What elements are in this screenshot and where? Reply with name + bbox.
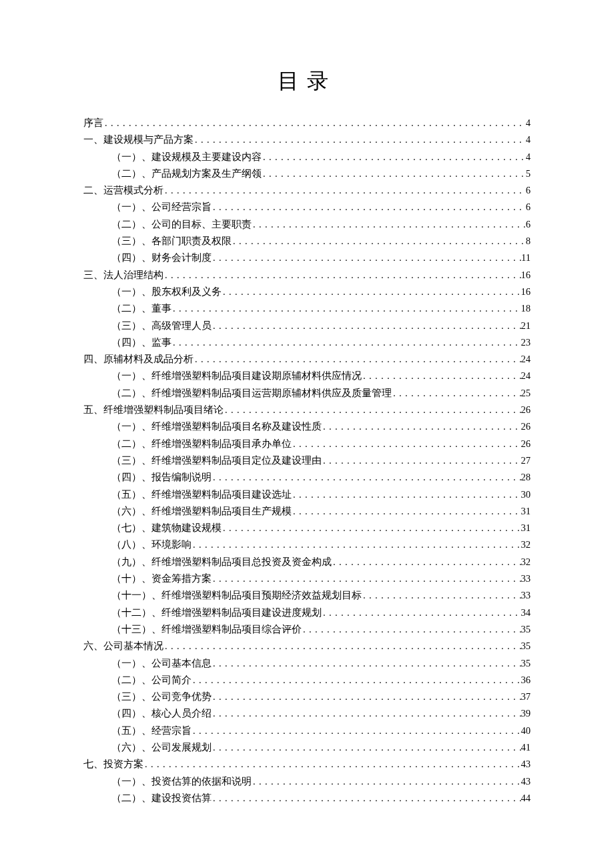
toc-entry-label: （十）、资金筹措方案 — [111, 570, 212, 586]
toc-entry: 序言4 — [83, 115, 531, 131]
toc-entry: （三）、高级管理人员21 — [83, 318, 531, 334]
toc-entry: （八）、环境影响32 — [83, 536, 531, 553]
toc-leader-dots — [322, 605, 521, 621]
toc-entry: （十一）、纤维增强塑料制品项目预期经济效益规划目标33 — [83, 587, 531, 604]
toc-leader-dots — [292, 487, 521, 503]
toc-entry: （二）、纤维增强塑料制品项目运营期原辅材料供应及质量管理25 — [83, 385, 531, 402]
toc-entry-label: （五）、经营宗旨 — [111, 723, 192, 739]
toc-entry-page: 4 — [526, 131, 531, 147]
toc-entry-label: （二）、产品规划方案及生产纲领 — [111, 165, 262, 181]
toc-entry-label: （二）、董事 — [111, 300, 172, 316]
table-of-contents: 序言4一、建设规模与产品方案4（一）、建设规模及主要建设内容4（二）、产品规划方… — [83, 115, 531, 807]
toc-entry-page: 11 — [521, 250, 531, 266]
toc-entry: （三）、纤维增强塑料制品项目定位及建设理由27 — [83, 452, 531, 469]
toc-entry-page: 35 — [521, 638, 531, 654]
toc-entry-page: 18 — [521, 300, 531, 316]
toc-leader-dots — [292, 504, 521, 520]
toc-leader-dots — [232, 234, 526, 250]
toc-entry-page: 4 — [526, 115, 531, 131]
toc-leader-dots — [292, 436, 521, 452]
toc-entry-page: 23 — [521, 334, 531, 350]
toc-entry-page: 8 — [526, 233, 531, 249]
toc-entry: （二）、建设投资估算44 — [83, 790, 531, 807]
toc-entry-page: 27 — [521, 452, 531, 468]
toc-leader-dots — [164, 638, 521, 655]
toc-entry-page: 26 — [521, 418, 531, 434]
toc-leader-dots — [194, 352, 521, 368]
toc-entry-label: （一）、公司经营宗旨 — [111, 199, 212, 215]
toc-entry-label: （三）、各部门职责及权限 — [111, 233, 232, 249]
toc-leader-dots — [362, 588, 521, 604]
toc-leader-dots — [332, 554, 521, 570]
toc-leader-dots — [392, 386, 521, 402]
toc-entry-label: （二）、纤维增强塑料制品项目承办单位 — [111, 436, 292, 452]
toc-entry-page: 21 — [521, 318, 531, 334]
toc-leader-dots — [322, 453, 521, 469]
toc-entry-label: 五、纤维增强塑料制品项目绪论 — [83, 402, 224, 418]
toc-leader-dots — [143, 757, 521, 773]
toc-entry-page: 24 — [521, 351, 531, 367]
toc-entry-label: （十三）、纤维增强塑料制品项目综合评价 — [111, 621, 302, 637]
toc-entry-page: 33 — [521, 587, 531, 603]
toc-entry-page: 31 — [521, 503, 531, 519]
toc-entry: （九）、纤维增强塑料制品项目总投资及资金构成32 — [83, 554, 531, 570]
toc-entry-page: 34 — [521, 604, 531, 620]
toc-entry-label: 一、建设规模与产品方案 — [83, 131, 194, 147]
toc-entry-label: （一）、纤维增强塑料制品项目名称及建设性质 — [111, 418, 322, 434]
toc-entry-page: 6 — [526, 216, 531, 232]
toc-leader-dots — [362, 368, 521, 384]
toc-entry: （五）、经营宗旨40 — [83, 723, 531, 739]
toc-entry-page: 44 — [521, 790, 531, 806]
toc-entry-page: 32 — [521, 536, 531, 552]
toc-entry-page: 30 — [521, 486, 531, 502]
toc-entry: 六、公司基本情况35 — [83, 638, 531, 655]
toc-entry-page: 36 — [521, 672, 531, 688]
toc-entry: （十二）、纤维增强塑料制品项目建设进度规划34 — [83, 604, 531, 621]
toc-leader-dots — [212, 706, 521, 722]
toc-leader-dots — [212, 250, 521, 266]
toc-leader-dots — [212, 656, 521, 672]
toc-entry-label: 七、投资方案 — [83, 756, 143, 772]
toc-entry-label: （五）、纤维增强塑料制品项目建设选址 — [111, 486, 292, 502]
toc-entry-page: 41 — [521, 739, 531, 755]
toc-entry: （三）、公司竞争优势37 — [83, 689, 531, 705]
toc-entry: （二）、纤维增强塑料制品项目承办单位26 — [83, 436, 531, 452]
toc-entry: （十三）、纤维增强塑料制品项目综合评价35 — [83, 621, 531, 638]
toc-entry-label: 四、原辅材料及成品分析 — [83, 351, 194, 367]
toc-leader-dots — [222, 284, 521, 300]
toc-leader-dots — [262, 166, 526, 182]
toc-entry-page: 6 — [526, 182, 531, 198]
toc-entry-page: 31 — [521, 520, 531, 536]
toc-entry: 五、纤维增强塑料制品项目绪论26 — [83, 402, 531, 418]
toc-leader-dots — [164, 268, 521, 284]
toc-entry: （一）、纤维增强塑料制品项目建设期原辅材料供应情况24 — [83, 368, 531, 384]
toc-entry-label: （三）、纤维增强塑料制品项目定位及建设理由 — [111, 452, 322, 468]
toc-entry-label: （二）、公司简介 — [111, 672, 192, 688]
toc-leader-dots — [322, 419, 521, 435]
toc-entry: （二）、公司的目标、主要职责6 — [83, 216, 531, 233]
toc-entry: 四、原辅材料及成品分析24 — [83, 351, 531, 368]
toc-entry: （四）、报告编制说明28 — [83, 469, 531, 486]
toc-entry: （二）、董事18 — [83, 300, 531, 317]
toc-leader-dots — [262, 149, 526, 165]
toc-entry-label: （一）、股东权利及义务 — [111, 284, 222, 300]
toc-entry-label: 二、运营模式分析 — [83, 182, 164, 198]
toc-entry-label: （四）、报告编制说明 — [111, 469, 212, 485]
toc-leader-dots — [212, 689, 521, 705]
toc-entry-label: 序言 — [83, 115, 103, 131]
toc-leader-dots — [172, 301, 521, 317]
toc-entry: （二）、公司简介36 — [83, 672, 531, 689]
toc-entry: （一）、公司基本信息35 — [83, 655, 531, 672]
toc-leader-dots — [212, 791, 521, 807]
toc-entry: （二）、产品规划方案及生产纲领5 — [83, 165, 531, 182]
toc-entry: 七、投资方案43 — [83, 756, 531, 773]
toc-entry: （六）、纤维增强塑料制品项目生产规模31 — [83, 503, 531, 520]
toc-leader-dots — [252, 774, 521, 790]
toc-leader-dots — [212, 199, 526, 215]
toc-entry-page: 32 — [521, 554, 531, 570]
toc-entry-label: （四）、财务会计制度 — [111, 250, 212, 266]
toc-entry-label: （二）、纤维增强塑料制品项目运营期原辅材料供应及质量管理 — [111, 385, 392, 401]
toc-entry-label: （三）、公司竞争优势 — [111, 689, 212, 705]
toc-leader-dots — [212, 318, 521, 334]
toc-entry-label: （十一）、纤维增强塑料制品项目预期经济效益规划目标 — [111, 587, 362, 603]
